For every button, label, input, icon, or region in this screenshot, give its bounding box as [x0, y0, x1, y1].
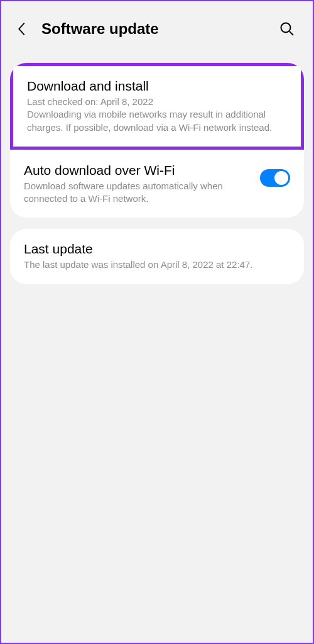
- page-title: Software update: [41, 20, 279, 38]
- svg-point-0: [281, 23, 291, 33]
- search-icon[interactable]: [279, 21, 295, 37]
- svg-line-1: [290, 31, 293, 35]
- content: Download and install Last checked on: Ap…: [1, 50, 313, 284]
- settings-card-main: Download and install Last checked on: Ap…: [10, 63, 304, 218]
- auto-download-subtitle: Download software updates automatically …: [24, 180, 251, 206]
- auto-download-toggle[interactable]: [260, 169, 290, 187]
- last-update-item[interactable]: Last update The last update was installe…: [10, 229, 304, 284]
- download-install-item[interactable]: Download and install Last checked on: Ap…: [10, 63, 304, 150]
- toggle-knob: [274, 171, 288, 185]
- auto-download-item[interactable]: Auto download over Wi-Fi Download softwa…: [10, 150, 304, 218]
- settings-card-last: Last update The last update was installe…: [10, 229, 304, 284]
- header: Software update: [1, 1, 313, 50]
- download-install-subtitle: Last checked on: April 8, 2022 Downloadi…: [27, 96, 287, 134]
- last-update-title: Last update: [24, 242, 290, 257]
- back-icon[interactable]: [14, 21, 30, 37]
- download-install-title: Download and install: [27, 79, 287, 94]
- auto-download-title: Auto download over Wi-Fi: [24, 163, 251, 178]
- last-update-subtitle: The last update was installed on April 8…: [24, 258, 290, 271]
